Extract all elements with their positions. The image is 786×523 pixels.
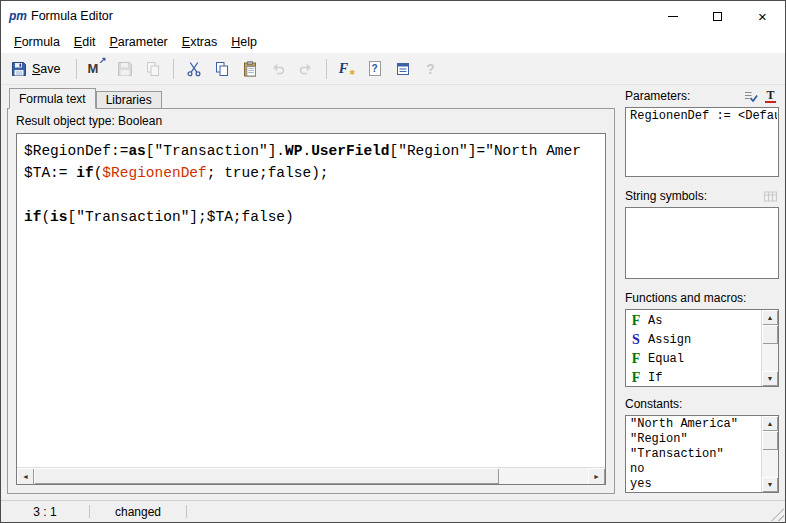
minimize-button[interactable] [650,1,695,31]
function-item[interactable]: SAssign [627,330,761,349]
question-mark: ? [371,64,377,74]
formula-editor-textarea[interactable]: $RegionDef:=as["Transaction"].WP.UserFie… [16,133,606,485]
maximize-button[interactable] [695,1,740,31]
copy-to-library-icon [145,61,161,77]
parameters-actions: T [742,88,779,104]
function-letter-icon: F [631,352,641,366]
functions-label: Functions and macros: [625,291,746,305]
scroll-left-icon: ◄ [22,473,29,480]
constants-list[interactable]: "North America""Region""Transaction"noye… [625,415,779,493]
constant-item[interactable]: "Region" [627,432,761,447]
formula-spark-icon: * [349,68,355,80]
check-parameters-button[interactable] [742,88,759,104]
function-letter-icon: F [631,314,641,328]
copy-button[interactable] [209,57,235,81]
functions-scrollbar[interactable]: ▲ ▼ [761,310,778,386]
paste-icon [242,61,258,77]
menu-extras[interactable]: Extras [175,31,224,53]
check-formula-button[interactable]: F* [334,57,360,81]
toolbar-separator [326,59,327,79]
formula-preview-icon [395,61,411,77]
cursor-position: 3 : 1 [1,501,89,522]
insert-parameter-button[interactable]: M↗ [84,57,110,81]
formula-preview-button[interactable] [390,57,416,81]
help-button[interactable]: ? [418,57,444,81]
function-item[interactable]: FEqual [627,349,761,368]
constant-item[interactable]: "Transaction" [627,447,761,462]
tab-strip: Formula textLibraries [7,87,615,108]
code-line: if(is["Transaction"];$TA;false) [24,206,601,228]
main-content: Formula textLibraries Result object type… [1,85,785,500]
menu-edit[interactable]: Edit [67,31,103,53]
undo-button[interactable] [265,57,291,81]
parameter-item[interactable]: RegionenDef := <Defau [627,109,777,124]
vertical-scroll-track[interactable] [762,431,778,477]
code-line: $TA:= if($RegionenDef; true;false); [24,162,601,184]
check-formula-icon: F* [339,62,354,76]
tab-formula-text[interactable]: Formula text [9,88,96,109]
function-name: Assign [648,333,691,347]
code-line: $RegionDef:=as["Transaction"].WP.UserFie… [24,140,601,162]
window-title: Formula Editor [31,9,113,23]
context-help-button[interactable]: ? [362,57,388,81]
scroll-up-button[interactable]: ▲ [762,416,778,431]
string-symbols-label: String symbols: [625,189,707,203]
constant-item[interactable]: "North America" [627,417,761,432]
app-icon: pm [9,9,31,23]
horizontal-scroll-thumb[interactable] [34,468,499,484]
formula-area: Formula textLibraries Result object type… [7,87,615,494]
vertical-scroll-thumb[interactable] [762,431,778,450]
constants-header: Constants: [625,395,779,413]
cut-icon [186,61,202,77]
formula-code: $RegionDef:=as["Transaction"].WP.UserFie… [24,140,601,228]
copy-to-library-button[interactable] [140,57,166,81]
scroll-down-icon: ▼ [767,481,774,488]
constant-item[interactable]: no [627,462,761,477]
string-symbols-actions [762,188,779,204]
constants-list-items: "North America""Region""Transaction"noye… [627,417,761,491]
save-to-library-button[interactable] [112,57,138,81]
constant-item[interactable]: yes [627,477,761,491]
vertical-scroll-thumb[interactable] [762,325,778,344]
scroll-up-icon: ▲ [767,314,774,321]
cut-button[interactable] [181,57,207,81]
redo-button[interactable] [293,57,319,81]
scroll-up-button[interactable]: ▲ [762,310,778,325]
function-item[interactable]: FIf [627,368,761,385]
paste-button[interactable] [237,57,263,81]
tab-libraries[interactable]: Libraries [96,91,162,109]
string-symbols-list[interactable] [625,207,779,279]
constants-scrollbar[interactable]: ▲ ▼ [761,416,778,492]
menu-parameter[interactable]: Parameter [102,31,174,53]
scroll-down-icon: ▼ [767,375,774,382]
formula-letter: F [339,61,348,76]
vertical-scroll-track[interactable] [762,325,778,371]
editor-horizontal-scrollbar[interactable]: ◄ ► [17,467,605,484]
string-symbols-header: String symbols: [625,187,779,205]
formula-editor-window: pm Formula Editor × FormulaEditParameter… [0,0,786,523]
edit-string-symbols-button[interactable] [762,188,779,204]
string-symbols-list-items [627,209,777,277]
functions-list[interactable]: FAsSAssignFEqualFIf ▲ ▼ [625,309,779,387]
toolbar-separator [173,59,174,79]
menu-formula[interactable]: Formula [7,31,67,53]
scroll-right-button[interactable]: ► [588,468,605,485]
menu-help[interactable]: Help [224,31,264,53]
help-icon: ? [426,62,435,76]
close-button[interactable]: × [740,1,785,31]
maximize-icon [713,12,722,21]
toolbar: Save M↗ [1,53,785,85]
save-button[interactable]: Save [9,57,69,81]
functions-list-items: FAsSAssignFEqualFIf [627,311,761,385]
parameters-list[interactable]: RegionenDef := <Defau [625,107,779,177]
scroll-down-button[interactable]: ▼ [762,477,778,492]
function-item[interactable]: FAs [627,311,761,330]
toolbar-separator [76,59,77,79]
parameter-types-button[interactable]: T [762,88,779,104]
save-icon [11,61,27,77]
horizontal-scroll-track[interactable] [34,468,588,484]
modified-indicator: changed [90,501,186,522]
macro-letter: M [88,61,99,76]
scroll-left-button[interactable]: ◄ [17,468,34,485]
scroll-down-button[interactable]: ▼ [762,371,778,386]
